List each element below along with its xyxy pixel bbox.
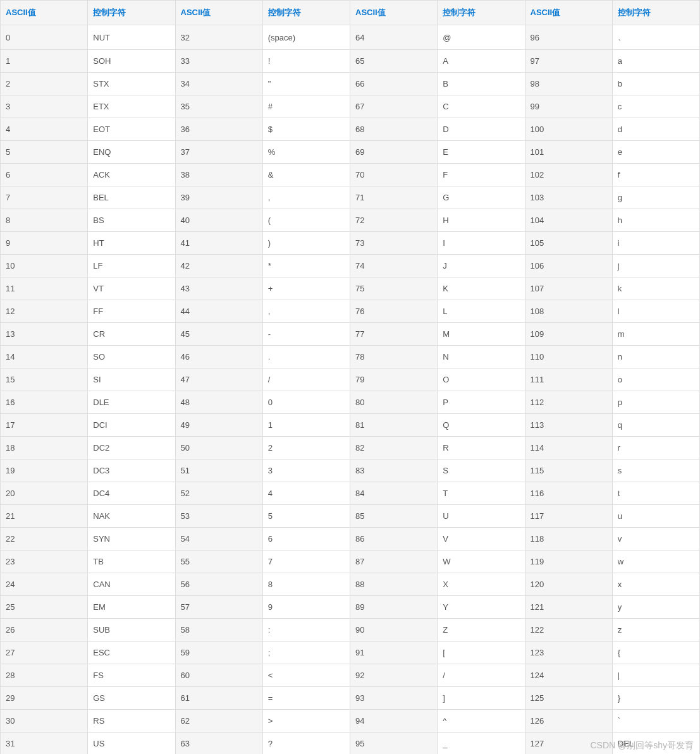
ascii-value-cell: 59 bbox=[175, 642, 262, 664]
column-header: 控制字符 bbox=[612, 1, 699, 25]
table-row: 12FF44,76L108l bbox=[1, 300, 700, 323]
ascii-value-cell: 35 bbox=[175, 95, 262, 118]
char-cell: 7 bbox=[262, 550, 350, 573]
ascii-value-cell: 110 bbox=[525, 346, 612, 368]
char-cell: A bbox=[438, 50, 525, 73]
table-row: 7BEL39,71G103g bbox=[1, 186, 700, 209]
ascii-value-cell: 75 bbox=[350, 277, 438, 300]
char-cell: l bbox=[612, 300, 699, 323]
char-cell: DC2 bbox=[88, 437, 175, 459]
column-header: 控制字符 bbox=[262, 1, 350, 25]
ascii-value-cell: 68 bbox=[350, 118, 438, 141]
ascii-value-cell: 14 bbox=[1, 346, 88, 368]
char-cell: 3 bbox=[262, 459, 350, 482]
table-row: 28FS60<92/124| bbox=[1, 664, 700, 687]
char-cell: V bbox=[438, 528, 525, 550]
ascii-value-cell: 34 bbox=[175, 73, 262, 95]
char-cell: 8 bbox=[262, 573, 350, 596]
ascii-value-cell: 104 bbox=[525, 209, 612, 232]
ascii-value-cell: 38 bbox=[175, 164, 262, 186]
char-cell: NUT bbox=[88, 25, 175, 50]
table-row: 1SOH33!65A97a bbox=[1, 50, 700, 73]
table-row: 27ESC59;91[123{ bbox=[1, 642, 700, 664]
table-row: 30RS62>94^126` bbox=[1, 710, 700, 733]
char-cell: # bbox=[262, 95, 350, 118]
ascii-value-cell: 7 bbox=[1, 186, 88, 209]
char-cell: DC3 bbox=[88, 459, 175, 482]
ascii-value-cell: 50 bbox=[175, 437, 262, 459]
char-cell: ` bbox=[612, 710, 699, 733]
ascii-value-cell: 52 bbox=[175, 482, 262, 505]
table-row: 26SUB58:90Z122z bbox=[1, 619, 700, 642]
ascii-value-cell: 103 bbox=[525, 186, 612, 209]
char-cell: & bbox=[262, 164, 350, 186]
column-header: ASCII值 bbox=[1, 1, 88, 25]
char-cell: EM bbox=[88, 596, 175, 619]
char-cell: FS bbox=[88, 664, 175, 687]
char-cell: DEL bbox=[612, 733, 699, 755]
char-cell: ? bbox=[262, 733, 350, 755]
ascii-value-cell: 76 bbox=[350, 300, 438, 323]
ascii-value-cell: 115 bbox=[525, 459, 612, 482]
char-cell: ESC bbox=[88, 642, 175, 664]
char-cell: B bbox=[438, 73, 525, 95]
char-cell: v bbox=[612, 528, 699, 550]
ascii-value-cell: 125 bbox=[525, 687, 612, 710]
char-cell: - bbox=[262, 323, 350, 346]
char-cell: = bbox=[262, 687, 350, 710]
char-cell: / bbox=[262, 368, 350, 391]
char-cell: , bbox=[262, 186, 350, 209]
ascii-value-cell: 12 bbox=[1, 300, 88, 323]
ascii-value-cell: 44 bbox=[175, 300, 262, 323]
char-cell: h bbox=[612, 209, 699, 232]
table-body: 0NUT32(space)64@96、1SOH33!65A97a2STX34"6… bbox=[1, 25, 700, 755]
char-cell: SYN bbox=[88, 528, 175, 550]
char-cell: RS bbox=[88, 710, 175, 733]
char-cell: STX bbox=[88, 73, 175, 95]
char-cell: ENQ bbox=[88, 141, 175, 164]
table-row: 18DC250282R114r bbox=[1, 437, 700, 459]
ascii-value-cell: 106 bbox=[525, 255, 612, 277]
ascii-value-cell: 72 bbox=[350, 209, 438, 232]
char-cell: FF bbox=[88, 300, 175, 323]
ascii-value-cell: 54 bbox=[175, 528, 262, 550]
ascii-value-cell: 91 bbox=[350, 642, 438, 664]
column-header: ASCII值 bbox=[525, 1, 612, 25]
char-cell: SO bbox=[88, 346, 175, 368]
char-cell: " bbox=[262, 73, 350, 95]
char-cell: [ bbox=[438, 642, 525, 664]
char-cell: p bbox=[612, 391, 699, 414]
char-cell: s bbox=[612, 459, 699, 482]
ascii-value-cell: 109 bbox=[525, 323, 612, 346]
char-cell: W bbox=[438, 550, 525, 573]
char-cell: R bbox=[438, 437, 525, 459]
ascii-value-cell: 81 bbox=[350, 414, 438, 437]
ascii-value-cell: 3 bbox=[1, 95, 88, 118]
char-cell: SOH bbox=[88, 50, 175, 73]
char-cell: k bbox=[612, 277, 699, 300]
char-cell: G bbox=[438, 186, 525, 209]
ascii-value-cell: 23 bbox=[1, 550, 88, 573]
ascii-value-cell: 74 bbox=[350, 255, 438, 277]
ascii-value-cell: 112 bbox=[525, 391, 612, 414]
table-row: 3ETX35#67C99c bbox=[1, 95, 700, 118]
char-cell: EOT bbox=[88, 118, 175, 141]
ascii-value-cell: 16 bbox=[1, 391, 88, 414]
ascii-value-cell: 43 bbox=[175, 277, 262, 300]
ascii-value-cell: 21 bbox=[1, 505, 88, 528]
char-cell: e bbox=[612, 141, 699, 164]
column-header: 控制字符 bbox=[88, 1, 175, 25]
ascii-value-cell: 36 bbox=[175, 118, 262, 141]
table-row: 22SYN54686V118v bbox=[1, 528, 700, 550]
ascii-value-cell: 45 bbox=[175, 323, 262, 346]
char-cell: f bbox=[612, 164, 699, 186]
char-cell: x bbox=[612, 573, 699, 596]
char-cell: Q bbox=[438, 414, 525, 437]
char-cell: SUB bbox=[88, 619, 175, 642]
ascii-value-cell: 99 bbox=[525, 95, 612, 118]
ascii-value-cell: 62 bbox=[175, 710, 262, 733]
char-cell: m bbox=[612, 323, 699, 346]
ascii-value-cell: 90 bbox=[350, 619, 438, 642]
table-row: 25EM57989Y121y bbox=[1, 596, 700, 619]
ascii-value-cell: 29 bbox=[1, 687, 88, 710]
